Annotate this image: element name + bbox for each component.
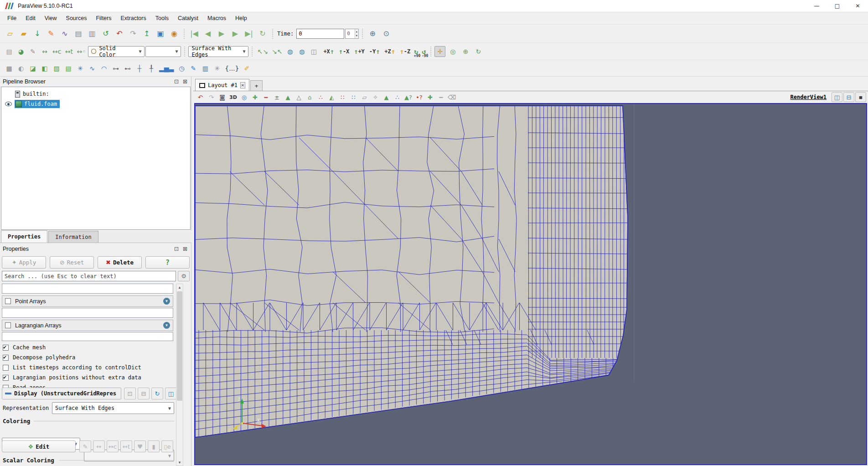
edit-color-map-button[interactable]: ◕	[16, 46, 26, 57]
programmable-filter-button[interactable]: ✳	[212, 63, 222, 74]
add-selection-button[interactable]: ✚	[425, 92, 435, 103]
camera-plusminus-x-button[interactable]: +X↑	[322, 46, 335, 57]
apply-button[interactable]: ✦Apply	[2, 256, 46, 269]
close-button[interactable]: ✕	[847, 0, 868, 12]
render-view-name[interactable]: RenderView1	[790, 94, 827, 100]
ruler-button[interactable]: ✐	[241, 63, 252, 74]
save-data-button[interactable]: ↓	[31, 27, 44, 40]
scrollbar-thumb[interactable]	[177, 291, 182, 401]
extract-group-button[interactable]: ⊷	[122, 63, 133, 74]
lagrangian-arrays-checkbox[interactable]	[5, 322, 11, 328]
spinner-arrows-icon[interactable]: ▲▼	[355, 29, 359, 38]
interactive-select-points-button[interactable]: ∷	[348, 92, 359, 103]
subtract-selection-button[interactable]: ━	[261, 92, 271, 103]
rescale-to-custom-range-button[interactable]: ↔c	[107, 440, 119, 452]
delete-button[interactable]: ✖Delete	[98, 256, 142, 269]
menu-file[interactable]: File	[3, 13, 21, 24]
camera-minus-y-button[interactable]: -Y↑	[368, 46, 381, 57]
histogram-button[interactable]: ▂▅▃	[158, 63, 175, 74]
clip-button[interactable]: ◪	[27, 63, 38, 74]
visibility-eye-icon[interactable]	[5, 102, 12, 106]
redo-button[interactable]: ↷	[127, 27, 140, 40]
component-combo[interactable]: ▼	[145, 46, 181, 57]
play-button[interactable]: ▶	[215, 27, 228, 40]
select-cells-through-button[interactable]: ⌂	[305, 92, 315, 103]
representation-combo[interactable]: Surface With Edges ▼	[188, 46, 248, 57]
probe-location-button[interactable]: ✎	[188, 63, 199, 74]
zoom-time-out-button[interactable]: ⊙	[380, 27, 393, 40]
point-arrays-section[interactable]: Point Arrays ▼	[2, 295, 173, 307]
rescale-to-temporal-range-button[interactable]: ↔t	[120, 440, 132, 452]
camera-undo-button[interactable]: ↶	[195, 92, 206, 103]
menu-macros[interactable]: Macros	[203, 13, 231, 24]
edit-color-map-button[interactable]: ❖ Edit	[2, 440, 76, 452]
split-horizontal-button[interactable]: ◫	[832, 92, 842, 102]
menu-sources[interactable]: Sources	[62, 13, 92, 24]
lagrangian-arrays-list[interactable]	[2, 332, 173, 341]
rotate-90-ccw-button[interactable]: ↺-90	[420, 46, 427, 57]
use-separate-color-map-button[interactable]: ✎	[79, 440, 91, 452]
grow-selection-button[interactable]: ✧	[370, 92, 381, 103]
plot-over-line-button[interactable]: ┼	[134, 63, 145, 74]
expand-circle-icon[interactable]: ▼	[163, 298, 170, 305]
rescale-to-visible-range-button[interactable]: ↔◦	[75, 46, 87, 57]
menu-catalyst[interactable]: Catalyst	[173, 13, 203, 24]
expand-circle-icon[interactable]: ▼	[163, 322, 170, 329]
checkbox-icon[interactable]	[3, 365, 9, 371]
hover-points-button[interactable]: ∴	[392, 92, 403, 103]
tab-information[interactable]: Information	[48, 231, 98, 243]
toggle-color-legend-button[interactable]: ▤	[4, 46, 15, 57]
tab-properties[interactable]: Properties	[1, 230, 47, 243]
tab-layout-1[interactable]: Layout #1 ✕	[195, 79, 249, 91]
display-section-header[interactable]: Display (UnstructuredGridRepres	[2, 388, 121, 399]
help-button[interactable]: ?	[145, 256, 190, 269]
paste-properties-button[interactable]: ⊟	[138, 388, 150, 399]
rescale-to-custom-range-button[interactable]: ↔c	[51, 46, 62, 57]
query-points-button[interactable]: •?	[414, 92, 424, 103]
plot-selection-over-time-button[interactable]: ╀	[146, 63, 157, 74]
undo-button[interactable]: ↶	[113, 27, 126, 40]
render-viewport[interactable]: ZXY	[194, 103, 867, 465]
use-separate-color-map-button[interactable]: ✎	[27, 46, 38, 57]
zoom-to-selection-button[interactable]: ◫	[308, 46, 319, 57]
menu-filters[interactable]: Filters	[91, 13, 116, 24]
clear-selection-button[interactable]: ⌫	[447, 92, 457, 103]
float-dock-icon[interactable]: ⊡	[173, 78, 180, 85]
show-color-legend-button[interactable]: ▮	[148, 440, 160, 452]
interactive-select-cells-button[interactable]: ∷	[337, 92, 348, 103]
pipeline-item-fluid-foam[interactable]: fluid.foam	[1, 99, 190, 109]
adjust-zoom-button[interactable]: ◎	[239, 92, 249, 103]
reload-files-button[interactable]: ↺	[99, 27, 112, 40]
menu-edit[interactable]: Edit	[21, 13, 40, 24]
toggle-2d-3d-button[interactable]: 3D	[228, 92, 238, 103]
gear-icon[interactable]: ⚙	[178, 271, 190, 281]
menu-extractors[interactable]: Extractors	[116, 13, 150, 24]
first-frame-button[interactable]: |◀	[188, 27, 201, 40]
camera-minus-z-button[interactable]: ↑-Z	[398, 46, 412, 57]
zoom-closest-to-data-button[interactable]: ◍	[296, 46, 307, 57]
previous-frame-button[interactable]: ◀	[202, 27, 214, 40]
checkbox-row-list-timesteps-according-to-controldict[interactable]: List timesteps according to controlDict	[3, 363, 141, 372]
save-defaults-button[interactable]: ◫	[165, 388, 177, 399]
properties-scrollbar[interactable]: ▲ ▼	[176, 284, 183, 466]
pick-center-button[interactable]: ⊕	[460, 46, 471, 57]
checkbox-row-cache-mesh[interactable]: Cache mesh	[3, 343, 46, 352]
camera-minus-x-button[interactable]: ↑-X	[337, 46, 351, 57]
select-cells-on-button[interactable]: ▲	[283, 92, 293, 103]
color-by-combo[interactable]: Solid Color ▼	[88, 46, 145, 57]
checkbox-icon[interactable]	[3, 375, 9, 381]
toggle-center-axes-visibility-button[interactable]: ✛	[434, 46, 445, 57]
save-screenshot-button[interactable]: ✎	[45, 27, 57, 40]
checkbox-icon[interactable]	[3, 355, 9, 361]
camera-redo-button[interactable]: ↷	[206, 92, 217, 103]
checkbox-row-lagrangian-positions-without-extra-data[interactable]: Lagrangian positions without extra data	[3, 373, 141, 382]
select-points-on-button[interactable]: △	[294, 92, 304, 103]
stream-tracer-button[interactable]: ∿	[87, 63, 98, 74]
slice-button[interactable]: ◧	[39, 63, 50, 74]
warp-by-vector-button[interactable]: ◠	[98, 63, 109, 74]
reset-button[interactable]: ⊘Reset	[50, 256, 94, 269]
reset-camera-closest-button[interactable]: ↘↖	[270, 46, 284, 57]
add-layout-tab[interactable]: +	[250, 80, 263, 91]
menu-tools[interactable]: Tools	[151, 13, 173, 24]
search-input[interactable]	[2, 271, 176, 281]
